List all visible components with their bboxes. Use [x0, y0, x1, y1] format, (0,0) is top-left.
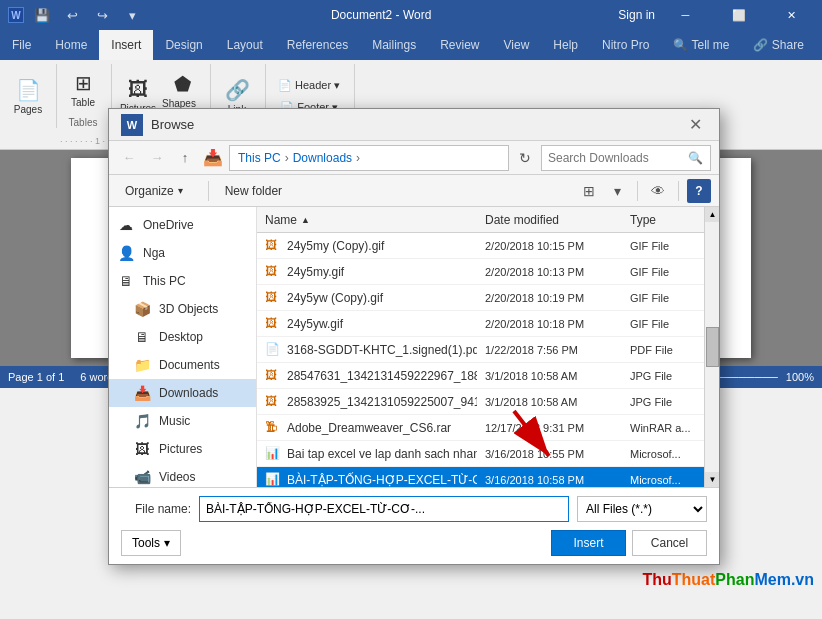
file-row[interactable]: 🖼 28583925_1342131059225007_94118031_o..…: [257, 389, 719, 415]
tab-help[interactable]: Help: [541, 30, 590, 60]
tools-button[interactable]: Tools ▾: [121, 530, 181, 556]
nav-nga[interactable]: 👤 Nga: [109, 239, 256, 267]
watermark: ThuThuatPhanMem.vn: [642, 571, 814, 589]
undo-button[interactable]: ↩: [60, 3, 84, 27]
downloads-nav-icon: 📥: [201, 146, 225, 170]
view-grid-button[interactable]: ⊞: [577, 179, 601, 203]
help-button[interactable]: ?: [687, 179, 711, 203]
toolbar-sep2: [637, 181, 638, 201]
documents-icon: 📁: [133, 356, 151, 374]
nav-nga-label: Nga: [143, 246, 165, 260]
close-button[interactable]: ✕: [769, 0, 814, 30]
nav-thispc[interactable]: 🖥 This PC: [109, 267, 256, 295]
watermark-mem: Mem.vn: [754, 571, 814, 588]
file-row[interactable]: 🖼 28547631_1342131459222967_1886942837..…: [257, 363, 719, 389]
file-date: 3/16/2018 10:58 PM: [477, 474, 622, 486]
tab-nitro[interactable]: Nitro Pro: [590, 30, 661, 60]
file-name: 🖼 24y5my (Copy).gif: [257, 238, 477, 254]
file-name: 📊 BÀI-TẬP-TỔNG-HỢP-EXCEL-TỪ-CƠ-B...: [257, 472, 477, 488]
tab-home[interactable]: Home: [43, 30, 99, 60]
nav-documents[interactable]: 📁 Documents: [109, 351, 256, 379]
customize-qs-button[interactable]: ▾: [120, 3, 144, 27]
filename-input[interactable]: [199, 496, 569, 522]
file-name: 🖼 28583925_1342131059225007_94118031_o..…: [257, 394, 477, 410]
tab-view[interactable]: View: [492, 30, 542, 60]
file-row[interactable]: 📊 Bai tap excel ve lap danh sach nhan vi…: [257, 441, 719, 467]
tab-tellme[interactable]: 🔍 Tell me: [661, 30, 741, 60]
file-date: 2/20/2018 10:13 PM: [477, 266, 622, 278]
tab-layout[interactable]: Layout: [215, 30, 275, 60]
file-row[interactable]: 🗜 Adobe_Dreamweaver_CS6.rar 12/17/2018 9…: [257, 415, 719, 441]
file-date: 2/20/2018 10:18 PM: [477, 318, 622, 330]
up-button[interactable]: ↑: [173, 146, 197, 170]
address-path[interactable]: This PC › Downloads ›: [229, 145, 509, 171]
nav-pictures[interactable]: 🖼 Pictures: [109, 435, 256, 463]
header-button[interactable]: 📄 Header ▾: [272, 75, 346, 95]
nav-3dobjects[interactable]: 📦 3D Objects: [109, 295, 256, 323]
watermark-thu: Thu: [642, 571, 671, 588]
nav-desktop[interactable]: 🖥 Desktop: [109, 323, 256, 351]
pages-icon: 📄: [16, 78, 41, 102]
new-folder-button[interactable]: New folder: [217, 179, 290, 203]
jpg-icon: 🖼: [265, 394, 281, 410]
organize-button[interactable]: Organize ▾: [117, 179, 200, 203]
gif-icon: 🖼: [265, 264, 281, 280]
address-bar: ← → ↑ 📥 This PC › Downloads › ↻ 🔍: [109, 141, 719, 175]
zoom-level: 100%: [786, 371, 814, 383]
restore-button[interactable]: ⬜: [716, 0, 761, 30]
file-row[interactable]: 📄 3168-SGDDT-KHTC_1.signed(1).pdf 1/22/2…: [257, 337, 719, 363]
tab-share[interactable]: 🔗 Share: [741, 30, 815, 60]
scroll-up-button[interactable]: ▲: [705, 207, 719, 222]
tab-design[interactable]: Design: [153, 30, 214, 60]
scroll-thumb[interactable]: [706, 327, 719, 367]
thispc-crumb[interactable]: This PC: [238, 151, 281, 165]
nav-downloads[interactable]: 📥 Downloads: [109, 379, 256, 407]
scrollbar[interactable]: ▲ ▼: [704, 207, 719, 487]
tab-insert[interactable]: Insert: [99, 30, 153, 60]
forward-button[interactable]: →: [145, 146, 169, 170]
file-row[interactable]: 🖼 24y5my (Copy).gif 2/20/2018 10:15 PM G…: [257, 233, 719, 259]
file-row[interactable]: 🖼 24y5my.gif 2/20/2018 10:13 PM GIF File: [257, 259, 719, 285]
file-row-selected[interactable]: 📊 BÀI-TẬP-TỔNG-HỢP-EXCEL-TỪ-CƠ-B... 3/16…: [257, 467, 719, 487]
filetype-select[interactable]: All Files (*.*): [577, 496, 707, 522]
preview-button[interactable]: 👁: [646, 179, 670, 203]
tab-references[interactable]: References: [275, 30, 360, 60]
titlebar: W 💾 ↩ ↪ ▾ Document2 - Word Sign in ─ ⬜ ✕: [0, 0, 822, 30]
save-button[interactable]: 💾: [30, 3, 54, 27]
files-header: Name ▲ Date modified Type: [257, 207, 719, 233]
tab-file[interactable]: File: [0, 30, 43, 60]
pages-button[interactable]: 📄 Pages: [8, 74, 48, 118]
downloads-crumb[interactable]: Downloads: [293, 151, 352, 165]
pictures-nav-icon: 🖼: [133, 440, 151, 458]
file-date: 3/1/2018 10:58 AM: [477, 396, 622, 408]
minimize-button[interactable]: ─: [663, 0, 708, 30]
table-button[interactable]: ⊞ Table: [63, 68, 103, 112]
file-row[interactable]: 🖼 24y5yw (Copy).gif 2/20/2018 10:19 PM G…: [257, 285, 719, 311]
nav-music[interactable]: 🎵 Music: [109, 407, 256, 435]
col-name-header[interactable]: Name ▲: [257, 207, 477, 232]
file-name-text: Bai tap excel ve lap danh sach nhan vien…: [287, 447, 477, 461]
dialog-actions: Tools ▾ Insert Cancel: [121, 530, 707, 556]
nav-videos[interactable]: 📹 Videos: [109, 463, 256, 487]
file-name-text: BÀI-TẬP-TỔNG-HỢP-EXCEL-TỪ-CƠ-B...: [287, 473, 477, 487]
dialog-close-button[interactable]: ✕: [683, 113, 707, 137]
view-dropdown-button[interactable]: ▾: [605, 179, 629, 203]
file-row[interactable]: 🖼 24y5yw.gif 2/20/2018 10:18 PM GIF File: [257, 311, 719, 337]
back-button[interactable]: ←: [117, 146, 141, 170]
window-title: Document2 - Word: [144, 8, 618, 22]
insert-button[interactable]: Insert: [551, 530, 626, 556]
excel-icon: 📊: [265, 446, 281, 462]
pictures-icon: 🖼: [128, 78, 148, 101]
search-input[interactable]: [548, 151, 688, 165]
redo-button[interactable]: ↪: [90, 3, 114, 27]
tables-group-label: Tables: [63, 115, 103, 128]
signin-button[interactable]: Sign in: [618, 8, 655, 22]
tab-mailings[interactable]: Mailings: [360, 30, 428, 60]
cancel-button[interactable]: Cancel: [632, 530, 707, 556]
tab-review[interactable]: Review: [428, 30, 491, 60]
organize-dropdown-icon: ▾: [178, 185, 192, 196]
refresh-button[interactable]: ↻: [513, 146, 537, 170]
nav-onedrive[interactable]: ☁ OneDrive: [109, 211, 256, 239]
scroll-down-button[interactable]: ▼: [705, 472, 719, 487]
col-date-header[interactable]: Date modified: [477, 207, 622, 232]
